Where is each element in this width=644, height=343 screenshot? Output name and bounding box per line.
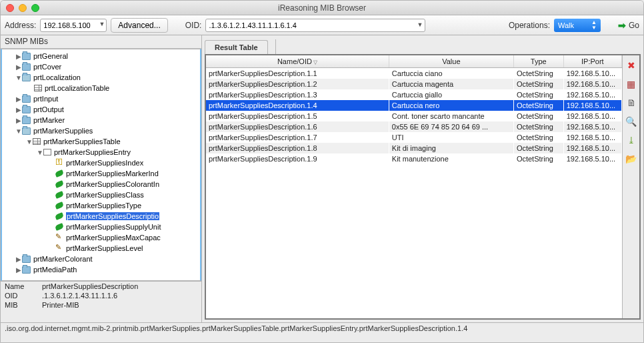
go-button[interactable]: ➡ Go: [618, 20, 639, 31]
col-type[interactable]: Type: [513, 55, 563, 68]
table-row[interactable]: prtMarkerSuppliesDescription.1.8Kit di i…: [206, 143, 622, 153]
folder-icon: [22, 117, 31, 124]
tree-node-prtmarkersuppliestable[interactable]: ▼prtMarkerSuppliesTable: [5, 136, 197, 147]
folder-icon: [22, 63, 31, 71]
col-name[interactable]: Name/OID▽: [206, 55, 389, 68]
col-value[interactable]: Value: [389, 55, 513, 68]
tree-node-prtmediapath[interactable]: ▶prtMediaPath: [5, 264, 197, 275]
folder-icon: [22, 266, 31, 274]
cell-name: prtMarkerSuppliesDescription.1.7: [206, 132, 389, 143]
snmp-mibs-title: SNMP MIBs: [1, 35, 201, 49]
cell-type: OctetString: [513, 68, 563, 79]
export-icon[interactable]: ⤓: [625, 134, 637, 146]
table-row[interactable]: prtMarkerSuppliesDescription.1.7UTIOctet…: [206, 132, 622, 143]
tree-node-prtlocalizationtable[interactable]: prtLocalizationTable: [5, 83, 197, 93]
table-icon: [34, 85, 42, 91]
cell-name: prtMarkerSuppliesDescription.1.4: [206, 100, 389, 111]
operations-label: Operations:: [509, 21, 550, 30]
table-icon: [33, 138, 41, 145]
cell-type: OctetString: [513, 143, 563, 153]
delete-icon[interactable]: ✖: [625, 59, 637, 71]
tree-leaf-description[interactable]: prtMarkerSuppliesDescriptio: [5, 211, 197, 222]
tree-node-prtgeneral[interactable]: ▶prtGeneral: [5, 51, 197, 61]
cell-type: OctetString: [513, 100, 563, 111]
table-edit-icon[interactable]: ▦: [625, 78, 637, 90]
cell-name: prtMarkerSuppliesDescription.1.2: [206, 79, 389, 89]
table-row[interactable]: prtMarkerSuppliesDescription.1.2Cartucci…: [206, 79, 622, 89]
tree-node-prtinput[interactable]: ▶prtInput: [5, 93, 197, 104]
tree-leaf-maxcapac[interactable]: prtMarkerSuppliesMaxCapac: [5, 232, 197, 243]
table-row[interactable]: prtMarkerSuppliesDescription.1.9Kit manu…: [206, 153, 622, 164]
pencil-icon: [55, 245, 63, 252]
oid-label: OID:: [185, 21, 202, 30]
tree-leaf-level[interactable]: prtMarkerSuppliesLevel: [5, 243, 197, 254]
tree-node-prtlocalization[interactable]: ▼prtLocalization: [5, 72, 197, 83]
mib-tree[interactable]: ▶prtGeneral ▶prtCover ▼prtLocalization p…: [1, 49, 201, 281]
cell-name: prtMarkerSuppliesDescription.1.3: [206, 89, 389, 100]
open-folder-icon[interactable]: 📂: [625, 153, 637, 165]
operations-value: Walk: [558, 21, 574, 29]
pencil-icon: [55, 234, 63, 241]
tree-leaf-colorantin[interactable]: prtMarkerSuppliesColorantIn: [5, 179, 197, 190]
operations-select[interactable]: Walk ▲▼: [554, 19, 601, 32]
cell-name: prtMarkerSuppliesDescription.1.6: [206, 121, 389, 132]
folder-open-icon: [22, 74, 31, 81]
tree-leaf-supplyunit[interactable]: prtMarkerSuppliesSupplyUnit: [5, 222, 197, 232]
cell-value: Cont. toner scarto mancante: [389, 111, 513, 121]
cell-name: prtMarkerSuppliesDescription.1.8: [206, 143, 389, 153]
cell-name: prtMarkerSuppliesDescription.1.9: [206, 153, 389, 164]
table-row[interactable]: prtMarkerSuppliesDescription.1.5Cont. to…: [206, 111, 622, 121]
cell-ip: 192.168.5.10...: [563, 68, 621, 79]
status-bar: .iso.org.dod.internet.mgmt.mib-2.printmi…: [1, 322, 643, 334]
updown-icon: ▲▼: [591, 20, 597, 31]
cell-type: OctetString: [513, 153, 563, 164]
tree-node-prtmarkercolorant[interactable]: ▶prtMarkerColorant: [5, 254, 197, 264]
tree-node-prtmarkersuppliesentry[interactable]: ▼prtMarkerSuppliesEntry: [5, 147, 197, 157]
tree-node-prtcover[interactable]: ▶prtCover: [5, 61, 197, 72]
table-row[interactable]: prtMarkerSuppliesDescription.1.1Cartucci…: [206, 68, 622, 79]
oid-input[interactable]: [205, 19, 425, 32]
cell-value: Cartuccia magenta: [389, 79, 513, 89]
leaf-icon: [55, 191, 64, 199]
info-name-key: Name: [5, 282, 42, 290]
zoom-window-button[interactable]: [31, 4, 39, 12]
tree-node-prtmarkersupplies[interactable]: ▼prtMarkerSupplies: [5, 125, 197, 136]
leaf-icon: [55, 169, 64, 178]
leaf-icon: [55, 223, 64, 231]
folder-icon: [22, 53, 31, 60]
cell-name: prtMarkerSuppliesDescription.1.1: [206, 68, 389, 79]
sort-asc-icon: ▽: [313, 59, 317, 65]
cell-type: OctetString: [513, 89, 563, 100]
tree-leaf-index[interactable]: prtMarkerSuppliesIndex: [5, 157, 197, 168]
cell-value: UTI: [389, 132, 513, 143]
cell-ip: 192.168.5.10...: [563, 89, 621, 100]
table-row[interactable]: prtMarkerSuppliesDescription.1.4Cartucci…: [206, 100, 622, 111]
table-row[interactable]: prtMarkerSuppliesDescription.1.60x55 6E …: [206, 121, 622, 132]
folder-icon: [22, 95, 31, 103]
leaf-icon: [55, 202, 64, 210]
cell-type: OctetString: [513, 121, 563, 132]
advanced-button[interactable]: Advanced...: [111, 18, 167, 33]
result-table[interactable]: Name/OID▽ Value Type IP:Port prtMarkerSu…: [206, 55, 622, 164]
tree-leaf-type[interactable]: prtMarkerSuppliesType: [5, 200, 197, 211]
info-oid-key: OID: [5, 292, 42, 300]
tree-leaf-class[interactable]: prtMarkerSuppliesClass: [5, 190, 197, 200]
go-label: Go: [629, 21, 639, 30]
col-ip[interactable]: IP:Port: [563, 55, 621, 68]
minimize-window-button[interactable]: [19, 4, 27, 12]
search-icon[interactable]: 🔍: [625, 115, 637, 127]
folder-icon: [22, 106, 31, 113]
address-input[interactable]: [40, 19, 107, 32]
document-icon[interactable]: 🗎: [625, 97, 637, 109]
leaf-icon: [55, 212, 64, 220]
table-row[interactable]: prtMarkerSuppliesDescription.1.3Cartucci…: [206, 89, 622, 100]
tree-node-prtmarker[interactable]: ▶prtMarker: [5, 115, 197, 125]
cell-value: Cartuccia giallo: [389, 89, 513, 100]
close-window-button[interactable]: [6, 4, 14, 12]
tab-result-table[interactable]: Result Table: [205, 40, 268, 54]
tree-leaf-markerind[interactable]: prtMarkerSuppliesMarkerInd: [5, 168, 197, 179]
cell-ip: 192.168.5.10...: [563, 121, 621, 132]
folder-icon: [22, 256, 31, 263]
info-name-value: prtMarkerSuppliesDescription: [42, 282, 138, 290]
tree-node-prtoutput[interactable]: ▶prtOutput: [5, 104, 197, 115]
